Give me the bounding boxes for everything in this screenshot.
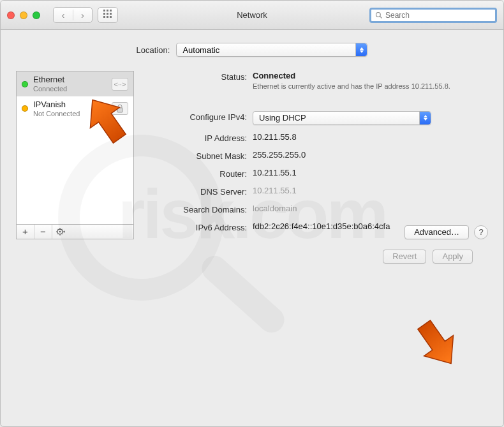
search-domains-label: Search Domains:	[147, 204, 253, 214]
search-icon	[375, 11, 383, 19]
ipv6-address-label: IPv6 Address:	[147, 221, 253, 232]
vpn-lock-icon	[112, 102, 128, 115]
ip-address-value: 10.211.55.8	[253, 132, 488, 142]
window-title: Network	[237, 10, 267, 20]
configure-ipv4-popup[interactable]: Using DHCP	[253, 111, 431, 125]
list-controls: + −	[16, 224, 134, 239]
gear-icon	[56, 228, 66, 236]
advanced-button[interactable]: Advanced…	[404, 225, 469, 239]
search-field[interactable]	[369, 8, 497, 23]
configure-ipv4-label: Configure IPv4:	[147, 111, 253, 122]
status-label: Status:	[147, 71, 253, 82]
interface-actions-button[interactable]	[52, 225, 70, 239]
status-description: Ethernet is currently active and has the…	[253, 82, 450, 91]
network-sidebar: Ethernet Connected <··> IPVanish Not Con…	[16, 71, 134, 239]
ethernet-icon: <··>	[112, 78, 128, 91]
svg-line-10	[380, 16, 382, 18]
ip-address-label: IP Address:	[147, 132, 253, 143]
svg-point-9	[376, 12, 381, 17]
help-button[interactable]: ?	[474, 225, 488, 239]
apply-button[interactable]: Apply	[433, 250, 473, 264]
detail-pane: Status: Connected Ethernet is currently …	[147, 71, 488, 239]
annotation-arrow-icon	[404, 310, 468, 373]
bottom-button-bar: Revert Apply	[16, 239, 488, 264]
status-dot-icon	[22, 105, 28, 112]
sidebar-item-ipvanish[interactable]: IPVanish Not Connected	[17, 96, 133, 121]
svg-rect-2	[110, 10, 112, 11]
status-dot-icon	[22, 81, 28, 87]
location-popup[interactable]: Automatic	[176, 43, 367, 57]
svg-rect-8	[110, 16, 112, 18]
network-list: Ethernet Connected <··> IPVanish Not Con…	[16, 71, 134, 224]
location-label: Location:	[137, 45, 170, 55]
chevron-updown-icon	[355, 43, 367, 56]
zoom-window-button[interactable]	[33, 11, 40, 19]
add-interface-button[interactable]: +	[17, 225, 34, 239]
interface-status: Connected	[33, 85, 67, 93]
sidebar-item-ethernet[interactable]: Ethernet Connected <··>	[17, 71, 133, 96]
close-window-button[interactable]	[7, 11, 15, 19]
status-value: Connected	[253, 71, 295, 80]
location-value: Automatic	[182, 45, 219, 55]
subnet-mask-value: 255.255.255.0	[253, 150, 488, 160]
revert-button[interactable]: Revert	[383, 250, 426, 264]
svg-rect-4	[107, 13, 108, 15]
svg-rect-5	[110, 13, 112, 15]
interface-name: Ethernet	[33, 75, 67, 85]
interface-name: IPVanish	[33, 100, 80, 110]
configure-ipv4-value: Using DHCP	[259, 113, 306, 123]
search-input[interactable]	[385, 11, 491, 20]
subnet-mask-label: Subnet Mask:	[147, 150, 253, 161]
remove-interface-button[interactable]: −	[34, 225, 52, 239]
svg-rect-6	[103, 16, 105, 18]
minimize-window-button[interactable]	[20, 11, 27, 19]
svg-rect-0	[103, 10, 105, 11]
dns-server-label: DNS Server:	[147, 186, 253, 197]
window-controls	[7, 11, 40, 19]
location-row: Location: Automatic	[16, 43, 488, 57]
forward-button[interactable]: ›	[73, 10, 92, 20]
svg-rect-7	[107, 16, 108, 18]
search-domains-value: localdomain	[253, 204, 488, 213]
back-button[interactable]: ‹	[54, 10, 73, 20]
router-label: Router:	[147, 168, 253, 179]
router-value: 10.211.55.1	[253, 168, 488, 177]
svg-rect-1	[107, 10, 108, 11]
network-preferences-window: risk.com ‹ › Network	[0, 0, 504, 427]
dns-server-value: 10.211.55.1	[253, 186, 488, 195]
svg-rect-11	[117, 108, 122, 112]
interface-status: Not Connected	[33, 110, 80, 118]
chevron-updown-icon	[419, 112, 431, 124]
svg-rect-3	[103, 13, 105, 15]
show-all-button[interactable]	[98, 7, 118, 23]
grid-icon	[98, 10, 117, 20]
nav-back-forward: ‹ ›	[53, 7, 93, 23]
svg-point-13	[59, 231, 61, 232]
titlebar: ‹ › Network	[1, 1, 503, 30]
